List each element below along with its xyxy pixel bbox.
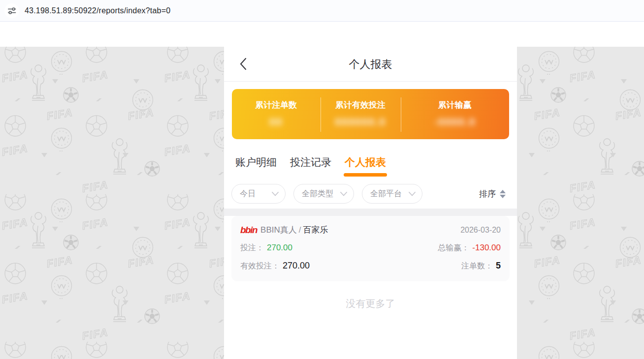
- date-range-dropdown[interactable]: 今日: [231, 184, 286, 204]
- chevron-down-icon: [272, 192, 279, 196]
- summary-stat-win-loss: 累计输赢 -8888.8: [401, 89, 509, 139]
- back-button[interactable]: [238, 58, 249, 71]
- summary-stat-valid-bets: 累计有效投注 888888.8: [321, 89, 401, 139]
- platform-dropdown[interactable]: 全部平台: [362, 184, 422, 204]
- bet-metric: 投注：270.00: [240, 243, 292, 253]
- bbin-logo: bbin: [240, 225, 257, 236]
- browser-url-bar: 43.198.51.89:50922/reports/index?tab=0: [0, 0, 644, 22]
- chevron-down-icon: [409, 192, 416, 196]
- report-item-header: bbin BBIN真人 / 百家乐 2026-03-20: [240, 224, 501, 236]
- page-top-spacer: [0, 22, 644, 47]
- list-end-text: 没有更多了: [224, 297, 517, 310]
- game-name: 百家乐: [303, 224, 328, 236]
- summary-stat-bet-count: 累计注单数 88: [232, 89, 321, 139]
- stat-label: 累计有效投注: [335, 99, 386, 111]
- tab-account-details[interactable]: 账户明细: [235, 155, 277, 177]
- dropdown-label: 今日: [240, 189, 256, 199]
- stat-value-masked: 88: [269, 116, 283, 128]
- stat-value-masked: -8888.8: [434, 116, 476, 128]
- report-list-item[interactable]: bbin BBIN真人 / 百家乐 2026-03-20 投注：270.00 总…: [231, 216, 510, 281]
- metric-label: 总输赢：: [438, 243, 469, 252]
- tab-bar: 账户明细 投注记录 个人报表: [224, 155, 517, 177]
- sort-label: 排序: [479, 188, 496, 200]
- stat-label: 累计注单数: [255, 99, 297, 111]
- page-title: 个人报表: [224, 47, 517, 82]
- report-metrics-row: 投注：270.00 总输赢：-130.00: [240, 243, 501, 253]
- valid-bet-metric: 有效投注：270.00: [240, 261, 310, 271]
- metric-label: 投注：: [240, 243, 264, 252]
- chevron-left-icon: [239, 58, 247, 70]
- stat-value-masked: 888888.8: [335, 116, 386, 128]
- sort-control[interactable]: 排序: [479, 188, 506, 200]
- filter-bar: 今日 全部类型 全部平台: [224, 177, 517, 209]
- report-date: 2026-03-20: [460, 226, 501, 235]
- sort-arrows-icon: [499, 189, 506, 199]
- provider-name: BBIN真人: [260, 224, 297, 236]
- tab-bet-records[interactable]: 投注记录: [290, 155, 331, 177]
- section-divider: [224, 209, 517, 216]
- site-settings-icon[interactable]: [4, 3, 19, 18]
- app-panel: 个人报表 累计注单数 88 累计有效投注 888888.8 累计输赢 -8888…: [224, 47, 517, 359]
- total-win-loss-metric: 总输赢：-130.00: [438, 243, 501, 253]
- url-omnibox[interactable]: 43.198.51.89:50922/reports/index?tab=0: [25, 6, 170, 15]
- separator: /: [299, 225, 301, 235]
- metric-label: 注单数：: [461, 262, 493, 270]
- dropdown-label: 全部平台: [370, 189, 402, 199]
- browser-window: 43.198.51.89:50922/reports/index?tab=0: [0, 0, 644, 359]
- total-win-loss-value: -130.00: [472, 243, 501, 252]
- dropdown-label: 全部类型: [302, 189, 333, 199]
- page-background: FIFA: [0, 47, 644, 359]
- bet-value: 270.00: [267, 243, 292, 252]
- metric-label: 有效投注：: [240, 262, 280, 270]
- valid-bet-value: 270.00: [283, 261, 310, 270]
- tab-personal-report[interactable]: 个人报表: [345, 155, 386, 177]
- app-header: 个人报表: [224, 47, 517, 82]
- stat-label: 累计输赢: [438, 99, 472, 111]
- type-dropdown[interactable]: 全部类型: [293, 184, 354, 204]
- bet-count-value: 5: [496, 261, 501, 270]
- report-metrics-row: 有效投注：270.00 注单数：5: [240, 261, 501, 271]
- summary-card: 累计注单数 88 累计有效投注 888888.8 累计输赢 -8888.8: [232, 89, 509, 139]
- chevron-down-icon: [340, 192, 347, 196]
- bet-count-metric: 注单数：5: [461, 261, 501, 271]
